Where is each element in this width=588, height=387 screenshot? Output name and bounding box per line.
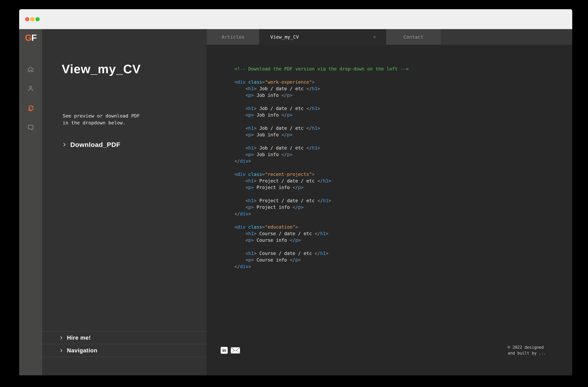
code-line: <h1> Course / date / etc </h1> [234, 230, 409, 237]
tab-articles-label: Articles [222, 34, 244, 40]
close-icon[interactable] [372, 34, 377, 39]
code-line: </div> [234, 211, 409, 217]
app-window: GF View_my_CV See preview or download PD… [19, 9, 572, 375]
code-line: <!-- Download the PDF version via the dr… [234, 65, 409, 72]
logo[interactable]: GF [19, 33, 42, 42]
linkedin-icon[interactable]: in [221, 347, 228, 354]
code-editor: <!-- Download the PDF version via the dr… [234, 65, 409, 270]
code-line: <p> Job info </p> [234, 131, 409, 138]
tab-articles[interactable]: Articles [207, 29, 259, 45]
home-icon [27, 71, 34, 73]
panel-description-line1: See preview or download PDF [63, 112, 140, 119]
tab-view-my-cv[interactable]: View_my_CV [259, 29, 386, 45]
code-line: <h1> Project / date / etc </h1> [234, 197, 409, 204]
code-line [234, 191, 409, 197]
code-line [234, 164, 409, 171]
tab-contact-label: Contact [403, 34, 423, 40]
code-line: <div class="recent-projects"> [234, 171, 409, 178]
code-line: <p> Job info </p> [234, 151, 409, 158]
chevron-right-icon [62, 142, 67, 147]
code-line: <div class="work-experience"> [234, 79, 409, 85]
code-line: <p> Project info </p> [234, 204, 409, 211]
code-line [234, 138, 409, 145]
page-title: View_my_CV [62, 62, 141, 76]
copyright-line1: © 2022 designed [508, 344, 546, 350]
code-line: <h1> Job / date / etc </h1> [234, 85, 409, 92]
chevron-right-icon [59, 336, 63, 340]
download-pdf-label: Download_PDF [70, 141, 120, 149]
hire-me-dropdown[interactable]: Hire me! [42, 331, 206, 344]
documents-icon [27, 110, 34, 112]
tab-contact[interactable]: Contact [386, 29, 441, 45]
window-titlebar[interactable] [19, 9, 572, 29]
code-line: <h1> Project / date / etc </h1> [234, 178, 409, 184]
person-icon [27, 90, 34, 92]
code-line [234, 99, 409, 105]
code-line: <h1> Job / date / etc </h1> [234, 105, 409, 112]
copyright: © 2022 designed and built by ... [508, 344, 546, 356]
sidebar-item-home[interactable] [27, 66, 34, 73]
icon-rail: GF [19, 29, 42, 375]
tab-view-my-cv-label: View_my_CV [270, 34, 372, 40]
code-line [234, 243, 409, 250]
panel-description-line2: in the dropdown below. [63, 119, 140, 126]
tab-bar: Articles View_my_CV Contact [206, 29, 572, 45]
sidebar-item-cv[interactable] [27, 105, 34, 112]
chevron-right-icon [59, 348, 63, 353]
code-line: <p> Course info </p> [234, 237, 409, 243]
code-line: </div> [234, 158, 409, 164]
code-line: <h1> Job / date / etc </h1> [234, 125, 409, 131]
code-line: <h1> Course / date / etc </h1> [234, 250, 409, 257]
code-line: <p> Project info </p> [234, 184, 409, 191]
code-line: </div> [234, 263, 409, 270]
sidebar-item-contact[interactable] [27, 124, 34, 131]
copyright-line2: and built by ... [508, 350, 546, 356]
left-panel: View_my_CV See preview or download PDF i… [42, 29, 206, 375]
code-line: <h1> Job / date / etc </h1> [234, 145, 409, 151]
email-icon[interactable] [231, 347, 240, 354]
window-zoom-button[interactable] [36, 17, 40, 21]
code-line [234, 118, 409, 125]
code-line: <p> Course info </p> [234, 257, 409, 263]
hire-me-label: Hire me! [67, 335, 91, 341]
logo-letter-g: G [25, 33, 31, 43]
code-line: <p> Job info </p> [234, 92, 409, 99]
code-line: <div class="education"> [234, 224, 409, 230]
logo-letter-f: F [31, 33, 36, 43]
main-content: Articles View_my_CV Contact <!-- Downloa… [206, 29, 572, 375]
code-line [234, 72, 409, 79]
panel-description: See preview or download PDF in the dropd… [63, 112, 140, 126]
navigation-dropdown[interactable]: Navigation [42, 344, 206, 357]
code-line: <p> Job info </p> [234, 112, 409, 118]
social-links: in [221, 347, 240, 354]
sidebar-item-about[interactable] [27, 85, 34, 92]
download-pdf-dropdown[interactable]: Download_PDF [62, 140, 120, 150]
navigation-label: Navigation [67, 347, 97, 354]
chat-icon [27, 129, 34, 131]
window-close-button[interactable] [25, 17, 29, 21]
code-line [234, 217, 409, 224]
window-minimize-button[interactable] [30, 17, 34, 21]
